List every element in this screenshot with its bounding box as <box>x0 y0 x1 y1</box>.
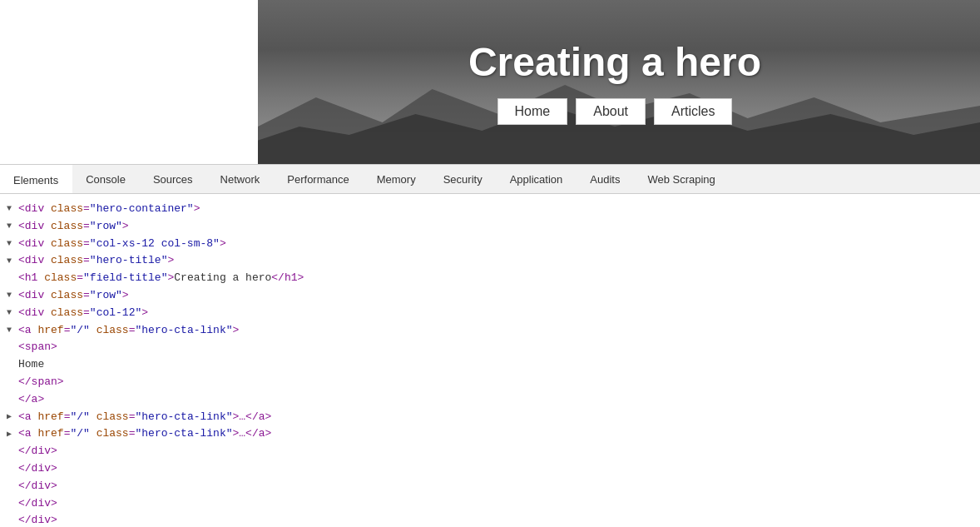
code-tag: </span> <box>18 374 64 391</box>
hero-navigation: Home About Articles <box>468 98 761 125</box>
code-attr-value: "hero-title" <box>90 252 168 270</box>
code-attr-value: "col-12" <box>90 305 141 322</box>
tab-web-scraping[interactable]: Web Scraping <box>634 165 729 193</box>
code-tag: = <box>83 252 90 270</box>
code-attr-name: class <box>51 305 83 322</box>
code-tag: = <box>129 409 136 426</box>
code-line[interactable]: ▼<div class="hero-title"> <box>0 252 980 270</box>
code-panel[interactable]: ▼<div class="hero-container"> ▼<div clas… <box>0 194 980 527</box>
code-attr-value: "/" <box>70 425 89 443</box>
code-tag: </div> <box>18 443 57 460</box>
code-attr-name: class <box>51 252 83 270</box>
code-attr-name: class <box>97 425 129 443</box>
website-preview: Creating a hero Home About Articles <box>0 0 980 164</box>
nav-about-button[interactable]: About <box>576 98 646 125</box>
code-tag: >…</a> <box>233 425 272 443</box>
code-tag: = <box>77 270 83 287</box>
code-tag: </div> <box>18 495 57 513</box>
code-line[interactable]: </div> <box>0 512 980 527</box>
code-tag: > <box>141 305 148 322</box>
code-line[interactable]: ▼<div class="hero-container"> <box>0 201 980 218</box>
expand-arrow-icon <box>7 375 17 389</box>
tab-elements[interactable]: Elements <box>0 165 72 193</box>
code-line[interactable]: ▼<div class="row"> <box>0 218 980 236</box>
expand-arrow-icon[interactable]: ▼ <box>7 324 17 337</box>
code-tag: = <box>64 425 71 443</box>
code-tag: > <box>233 322 240 340</box>
tab-sources[interactable]: Sources <box>140 165 207 193</box>
code-line[interactable]: ▼<a href="/" class="hero-cta-link"> <box>0 322 980 340</box>
code-line[interactable]: Home <box>0 356 980 374</box>
tab-memory[interactable]: Memory <box>364 165 430 193</box>
expand-arrow-icon <box>7 497 17 510</box>
devtools-tab-bar: Elements Console Sources Network Perform… <box>0 164 980 194</box>
tab-application[interactable]: Application <box>497 165 577 193</box>
expand-arrow-icon[interactable]: ▼ <box>7 255 17 268</box>
code-tag: </h1> <box>271 270 304 287</box>
nav-articles-button[interactable]: Articles <box>654 98 732 125</box>
expand-arrow-icon <box>7 393 17 406</box>
code-attr-value: "/" <box>70 409 89 426</box>
tab-security[interactable]: Security <box>430 165 497 193</box>
code-attr-value: "col-xs-12 col-sm-8" <box>90 236 220 253</box>
hero-content: Creating a hero Home About Articles <box>468 39 761 125</box>
code-attr-value: "row" <box>90 218 122 236</box>
expand-arrow-icon[interactable]: ▶ <box>7 410 17 424</box>
code-line[interactable]: <h1 class="field-title">Creating a hero<… <box>0 270 980 287</box>
code-text: Creating a hero <box>174 270 271 287</box>
expand-arrow-icon <box>7 341 17 355</box>
code-tag: = <box>83 218 90 236</box>
code-tag: > <box>122 218 129 236</box>
code-attr-name: class <box>51 201 83 218</box>
code-tag: <div <box>18 218 51 236</box>
code-attr-name: href <box>37 409 63 426</box>
code-tag <box>90 425 97 443</box>
tab-network[interactable]: Network <box>207 165 275 193</box>
code-tag: <div <box>18 201 51 218</box>
expand-arrow-icon[interactable]: ▼ <box>7 289 17 302</box>
code-tag: >…</a> <box>233 409 272 426</box>
code-line[interactable]: ▼<div class="col-xs-12 col-sm-8"> <box>0 236 980 253</box>
code-line[interactable]: ▼<div class="row"> <box>0 287 980 305</box>
expand-arrow-icon[interactable]: ▼ <box>7 237 17 251</box>
tab-audits[interactable]: Audits <box>577 165 634 193</box>
code-attr-value: "field-title" <box>83 270 167 287</box>
tab-performance[interactable]: Performance <box>274 165 363 193</box>
code-tag: = <box>83 201 90 218</box>
code-line[interactable]: <span> <box>0 339 980 356</box>
code-tag: = <box>83 305 90 322</box>
code-line[interactable]: </div> <box>0 495 980 513</box>
code-line[interactable]: </a> <box>0 391 980 409</box>
expand-arrow-icon[interactable]: ▶ <box>7 428 17 441</box>
expand-arrow-icon[interactable]: ▼ <box>7 306 17 320</box>
code-line[interactable]: </div> <box>0 478 980 495</box>
code-line[interactable]: ▶<a href="/" class="hero-cta-link">…</a> <box>0 425 980 443</box>
code-tag: <div <box>18 287 51 305</box>
code-attr-value: "hero-container" <box>90 201 194 218</box>
code-tag: <a <box>18 409 37 426</box>
code-tag: <a <box>18 425 37 443</box>
code-tag: <h1 <box>18 270 44 287</box>
code-line[interactable]: ▶<a href="/" class="hero-cta-link">…</a> <box>0 409 980 426</box>
code-tag: > <box>167 270 174 287</box>
expand-arrow-icon <box>7 445 17 459</box>
code-line[interactable]: </div> <box>0 460 980 478</box>
code-line[interactable]: </div> <box>0 443 980 460</box>
code-tag: <div <box>18 305 51 322</box>
expand-arrow-icon <box>7 272 17 286</box>
expand-arrow-icon[interactable]: ▼ <box>7 202 17 216</box>
code-tag: </a> <box>18 391 44 409</box>
code-tag: = <box>83 236 90 253</box>
code-line[interactable]: </span> <box>0 374 980 391</box>
expand-arrow-icon[interactable]: ▼ <box>7 220 17 233</box>
code-line[interactable]: ▼<div class="col-12"> <box>0 305 980 322</box>
code-attr-name: href <box>37 322 63 340</box>
code-tag: <a <box>18 322 37 340</box>
code-attr-name: class <box>51 218 83 236</box>
nav-home-button[interactable]: Home <box>497 98 568 125</box>
code-tag: <span> <box>18 339 57 356</box>
code-tag: > <box>220 236 226 253</box>
tab-console[interactable]: Console <box>72 165 140 193</box>
code-tag <box>90 322 97 340</box>
code-attr-name: class <box>97 322 129 340</box>
